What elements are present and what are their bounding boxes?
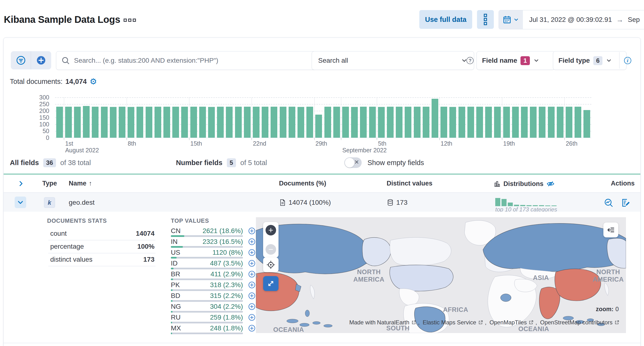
fields-summary-bar: All fields 36 of 38 total Number fields … [10,157,635,169]
histogram-x-axis: 1stAugust 20228th15th22nd29thSeptember 2… [4,93,640,153]
top-value-value: 2621 (18.6%) [202,227,243,235]
crosshair-icon [266,260,275,269]
external-link-icon [529,320,534,325]
top-value-bar-track [171,322,243,324]
map-zoom-level: zoom: 0 [596,306,619,312]
eye-slash-icon[interactable] [546,180,554,188]
filter-in-circle-icon [16,56,26,65]
show-empty-fields-toggle[interactable]: ✕ [344,158,362,168]
map-attribution: Made with NaturalEarth, Elastic Maps Ser… [349,319,620,326]
histogram-x-month-label: September 2022 [342,147,387,154]
top-value-bar-fill [171,332,172,334]
date-quick-select-button[interactable] [499,10,523,29]
date-range-end[interactable]: Sep [628,16,640,24]
filter-for-value-button[interactable] [248,324,256,334]
col-header-documents[interactable]: Documents (%) [279,180,326,187]
total-documents-label: Total documents: [10,78,62,86]
attribution-source-link[interactable]: NaturalEarth [377,319,410,326]
filter-for-value-button[interactable] [248,314,256,323]
col-header-distributions[interactable]: Distributions [494,180,554,188]
kebab-menu-button[interactable] [477,10,494,29]
index-data-visualizer-page: Kibana Sample Data Logs Use full data Ju… [0,0,644,346]
map-region-canada-left [390,238,451,266]
col-header-distributions-label: Distributions [504,180,544,188]
total-documents-value: 14,074 [65,78,87,86]
page-header: Kibana Sample Data Logs [4,10,136,29]
number-fields-count-badge: 5 [227,158,236,167]
filter-for-value-button[interactable] [248,227,256,236]
use-full-data-label: Use full data [425,16,466,24]
filter-for-value-button[interactable] [248,260,256,269]
col-header-distinct[interactable]: Distinct values [387,180,432,187]
top-value-label: MX [171,324,181,332]
field-type-filter-button[interactable]: Field type 6 [553,51,626,70]
filter-for-value-button[interactable] [248,281,256,290]
attribution-source-link[interactable]: OpenMapTiles [490,319,527,326]
top-value-value: 304 (2.2%) [210,303,243,310]
explore-in-lens-button[interactable] [604,198,614,208]
plus-in-circle-filled-icon [36,56,46,65]
filter-for-value-button[interactable] [248,292,256,301]
map-region-sea-4 [324,324,332,327]
col-header-name-label: Name [69,180,86,187]
number-fields-label: Number fields [176,159,222,167]
stat-value: 14074 [136,230,156,238]
search-input[interactable] [74,56,310,65]
date-picker[interactable]: Jul 31, 2022 @ 00:39:02.91 → Sep [498,10,644,29]
add-filter-button[interactable] [31,51,51,70]
map-expand-button[interactable] [263,276,278,291]
date-range-start[interactable]: Jul 31, 2022 @ 00:39:02.91 [529,16,612,24]
attribution-source-link[interactable]: OpenStreetMap contributors [540,319,613,326]
plus-in-circle-icon [248,270,256,278]
chevron-down-icon [533,58,540,64]
top-value-bar-fill [171,300,172,302]
field-name-label: Field name [482,57,517,64]
top-values-title: TOP VALUES [171,218,209,224]
search-icon [62,56,70,65]
table-header-row: Type Name ↑ Documents (%) Distinct value… [4,174,640,193]
documents-stats-row: percentage100% [48,240,156,253]
info-icon[interactable]: i [624,57,631,64]
help-icon[interactable]: ? [466,57,474,64]
attribution-separator: , [418,319,421,326]
external-link-icon [614,320,619,325]
filter-for-value-button[interactable] [248,238,256,247]
plus-in-circle-icon [248,238,256,245]
map-continent-label: NORTH AMERICA [353,268,384,283]
expand-all-button[interactable] [16,179,26,188]
choropleth-map[interactable]: ASIANORTH AMERICASOUTHOCEANIAAFRICAASIAO… [256,217,626,333]
map-legend-toggle-button[interactable] [604,222,618,238]
plus-icon [268,227,274,233]
field-detail-panel: DOCUMENTS STATS count14074percentage100%… [4,212,640,343]
filter-for-value-button[interactable] [248,303,256,312]
database-icon [387,199,394,206]
toggle-off-icon: ✕ [354,159,359,166]
map-zoom-out-button[interactable] [266,244,276,255]
attribution-source-link[interactable]: Elastic Maps Service [423,319,476,326]
top-value-label: IN [171,238,178,246]
map-fit-to-data-button[interactable] [263,257,278,272]
filter-for-value-button[interactable] [248,249,256,258]
plus-in-circle-icon [248,227,256,234]
date-range-display[interactable]: Jul 31, 2022 @ 00:39:02.91 → Sep [523,10,644,29]
stat-label: distinct values [48,256,92,263]
field-row-geo-dest[interactable]: k geo.dest 14074 (100%) 173 top 10 of 17… [4,193,640,212]
col-header-type[interactable]: Type [42,180,57,187]
histogram-icon [494,180,500,187]
col-header-name[interactable]: Name ↑ [69,180,92,187]
map-zoom-in-button[interactable] [266,225,276,236]
menu-left-icon [606,226,615,234]
collapse-row-button[interactable] [15,196,26,208]
search-all-select[interactable]: Search all [312,51,474,70]
number-fields-total: of 5 total [240,159,267,167]
filter-button[interactable] [11,51,31,70]
histogram-x-tick [252,138,252,140]
filter-for-value-button[interactable] [248,270,256,280]
field-name-filter-button[interactable]: Field name 1 [476,51,555,70]
gear-icon[interactable]: ⚙ [90,77,97,86]
search-box [56,51,316,70]
breadcrumb-options-icon[interactable] [124,18,136,22]
top-value-value: 2323 (16.5%) [202,238,243,246]
edit-field-button[interactable] [620,198,631,208]
use-full-data-button[interactable]: Use full data [419,10,472,29]
